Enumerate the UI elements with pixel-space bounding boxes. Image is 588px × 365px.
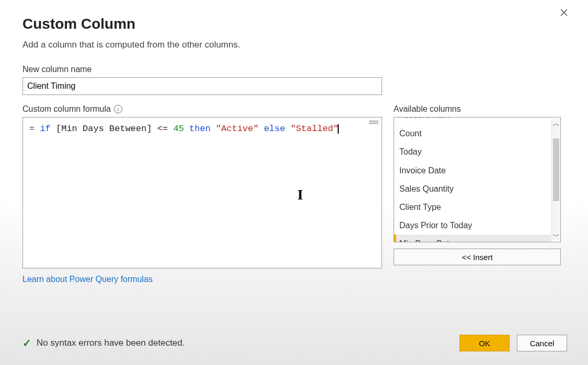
cancel-button[interactable]: Cancel [517,335,567,351]
list-item[interactable]: Account Num [394,117,551,124]
new-column-name-label: New column name [22,65,578,74]
list-item[interactable]: Sales Quantity [394,180,551,198]
checkmark-icon: ✓ [22,337,31,349]
kw-else: else [264,124,285,134]
dialog-subtitle: Add a column that is computed from the o… [22,40,578,50]
kw-if: if [40,124,50,134]
dialog-title: Custom Column [22,16,578,32]
list-item[interactable]: Today [394,143,551,161]
list-item[interactable]: Count [394,124,551,143]
cursor-ibeam-icon: I [297,184,303,205]
string-active: "Active" [216,124,259,134]
formula-editor[interactable]: = if [Min Days Between] <= 45 then "Acti… [22,117,382,268]
scroll-thumb[interactable] [553,138,559,201]
available-columns-list[interactable]: Account NumCountTodayInvoice DateSales Q… [394,117,561,242]
scroll-up-icon[interactable]: ︿ [552,119,560,128]
drag-handle-icon [369,121,378,124]
info-icon[interactable]: i [114,105,122,113]
insert-button[interactable]: << Insert [394,249,561,265]
scrollbar[interactable]: ︿ ﹀ [551,119,560,241]
close-button[interactable] [556,5,572,21]
list-item[interactable]: Client Type [394,198,551,216]
list-item[interactable]: Invoice Date [394,161,551,180]
available-columns-label: Available columns [394,104,561,114]
status-message: No syntax errors have been detected. [37,338,185,348]
scroll-down-icon[interactable]: ﹀ [552,231,560,241]
list-item[interactable]: Min Days Between [394,234,551,242]
formula-label: Custom column formula [22,104,111,114]
new-column-name-input[interactable] [22,77,382,95]
text-caret [338,124,339,134]
operator: <= [157,124,168,134]
string-stalled: "Stalled" [291,124,339,134]
ok-button[interactable]: OK [459,335,510,351]
list-item[interactable]: Days Prior to Today [394,216,551,234]
column-ref: [Min Days Between] [56,124,152,134]
learn-link[interactable]: Learn about Power Query formulas [22,275,153,284]
kw-then: then [189,124,211,134]
formula-prefix: = [29,124,40,134]
number-literal: 45 [173,124,183,134]
